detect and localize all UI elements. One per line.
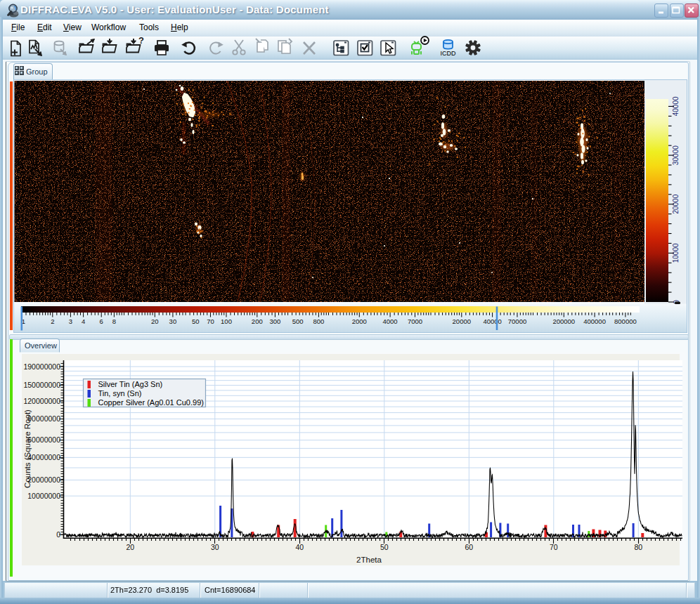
svg-text:2Theta: 2Theta	[356, 556, 382, 564]
svg-text:190000000: 190000000	[23, 362, 60, 371]
svg-text:10000000: 10000000	[27, 492, 60, 500]
svg-text:40: 40	[295, 543, 304, 551]
svg-text:80: 80	[634, 543, 642, 551]
svg-text:40000000: 40000000	[27, 453, 60, 461]
svg-text:70: 70	[550, 543, 558, 551]
svg-text:0: 0	[56, 530, 60, 539]
svg-text:30: 30	[211, 543, 219, 551]
svg-text:60: 60	[465, 543, 473, 551]
svg-text:Counts (Square Root): Counts (Square Root)	[23, 409, 32, 488]
svg-text:50: 50	[380, 543, 389, 551]
svg-text:150000000: 150000000	[23, 381, 60, 389]
svg-text:Silver Tin (Ag3 Sn): Silver Tin (Ag3 Sn)	[98, 380, 163, 388]
svg-text:20: 20	[126, 543, 134, 551]
svg-text:20000000: 20000000	[27, 475, 60, 484]
svg-text:120000000: 120000000	[23, 397, 60, 405]
svg-text:Copper Silver (Ag0.01 Cu0.99): Copper Silver (Ag0.01 Cu0.99)	[98, 398, 204, 407]
svg-text:60000000: 60000000	[27, 435, 60, 444]
svg-text:Tin, syn (Sn): Tin, syn (Sn)	[98, 389, 142, 398]
svg-text:90000000: 90000000	[27, 414, 60, 423]
